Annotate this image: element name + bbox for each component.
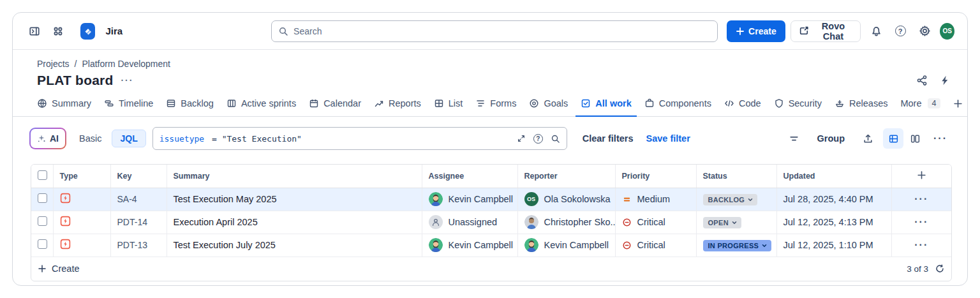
- chevron-down-icon: [761, 242, 768, 249]
- reporter-cell[interactable]: Kevin Campbell: [524, 238, 609, 252]
- tab-releases[interactable]: Releases: [829, 94, 893, 117]
- settings-gear-icon[interactable]: [916, 21, 933, 41]
- issues-table: Type Key Summary Assignee Reporter Prior…: [31, 164, 952, 281]
- jql-query-input[interactable]: issuetype = "Test Execution" ?: [152, 127, 567, 150]
- tab-summary[interactable]: Summary: [32, 94, 96, 117]
- priority-cell[interactable]: Medium: [622, 194, 690, 204]
- breadcrumb-project-link[interactable]: Platform Development: [82, 59, 170, 69]
- issue-summary[interactable]: Test Execution May 2025: [167, 188, 422, 211]
- col-status[interactable]: Status: [696, 165, 776, 188]
- global-search[interactable]: [271, 20, 718, 42]
- breadcrumb-separator: /: [75, 59, 77, 69]
- col-key[interactable]: Key: [110, 165, 167, 188]
- assignee-cell[interactable]: Kevin Campbell: [429, 238, 511, 252]
- breadcrumb-projects-link[interactable]: Projects: [37, 59, 70, 69]
- issue-key[interactable]: PDT-14: [110, 211, 167, 234]
- view-more-icon[interactable]: ···: [930, 128, 951, 149]
- table-row[interactable]: PDT-14 Execution April 2025 Unassigned C…: [31, 211, 951, 234]
- tab-active-sprints[interactable]: Active sprints: [221, 94, 301, 117]
- jira-logo-icon[interactable]: [80, 23, 96, 40]
- issue-summary[interactable]: Test Execution July 2025: [167, 234, 422, 257]
- rovo-chat-label: Rovo Chat: [814, 21, 853, 41]
- col-summary[interactable]: Summary: [167, 165, 422, 188]
- updated-cell: Jul 12, 2025, 1:10 PM: [776, 234, 891, 257]
- table-row[interactable]: SA-4 Test Execution May 2025 Kevin Campb…: [31, 188, 951, 211]
- tab-code[interactable]: Code: [719, 94, 766, 117]
- jql-mode-toggle[interactable]: JQL: [112, 130, 145, 147]
- clear-filters-button[interactable]: Clear filters: [583, 133, 634, 144]
- issue-key[interactable]: SA-4: [110, 188, 167, 211]
- table-view-icon[interactable]: [883, 128, 903, 149]
- select-all-checkbox[interactable]: [38, 170, 47, 180]
- reporter-cell[interactable]: Christopher Sko...: [524, 215, 609, 229]
- tab-backlog[interactable]: Backlog: [161, 94, 219, 117]
- col-reporter[interactable]: Reporter: [517, 165, 615, 188]
- assignee-cell[interactable]: Unassigned: [429, 215, 511, 229]
- status-badge[interactable]: BACKLOG: [703, 194, 758, 205]
- tab-all-work[interactable]: All work: [575, 94, 636, 117]
- row-checkbox[interactable]: [38, 239, 47, 249]
- row-actions-icon[interactable]: ···: [891, 211, 951, 234]
- tab-security[interactable]: Security: [769, 94, 827, 117]
- filter-bar: AI Basic JQL issuetype = "Test Execution…: [13, 117, 967, 150]
- priority-critical-icon: [622, 241, 632, 250]
- col-updated[interactable]: Updated: [776, 165, 891, 188]
- status-badge[interactable]: OPEN: [703, 217, 741, 228]
- refresh-icon[interactable]: [935, 264, 945, 274]
- priority-cell[interactable]: Critical: [622, 217, 690, 227]
- jql-help-icon[interactable]: ?: [533, 134, 543, 144]
- col-priority[interactable]: Priority: [615, 165, 696, 188]
- tab-forms[interactable]: Forms: [470, 94, 521, 117]
- reporter-cell[interactable]: OS Ola Sokolowska: [524, 192, 609, 206]
- col-type[interactable]: Type: [53, 165, 110, 188]
- priority-cell[interactable]: Critical: [622, 240, 690, 250]
- row-actions-icon[interactable]: ···: [891, 234, 951, 257]
- ai-button[interactable]: AI: [29, 128, 66, 149]
- issue-summary[interactable]: Execution April 2025: [167, 211, 422, 234]
- tab-calendar[interactable]: Calendar: [304, 94, 366, 117]
- chevron-down-icon: [747, 197, 754, 203]
- row-count: 3 of 3: [907, 264, 928, 274]
- automation-lightning-icon[interactable]: [939, 75, 951, 86]
- tab-list[interactable]: List: [429, 94, 468, 117]
- add-tab-button[interactable]: [948, 95, 968, 117]
- jql-search-icon[interactable]: [551, 134, 560, 144]
- group-button[interactable]: Group: [810, 128, 853, 149]
- col-assignee[interactable]: Assignee: [422, 165, 517, 188]
- share-icon[interactable]: [916, 75, 928, 86]
- row-actions-icon[interactable]: ···: [891, 188, 951, 211]
- save-filter-button[interactable]: Save filter: [646, 133, 690, 144]
- table-row[interactable]: PDT-13 Test Execution July 2025 Kevin Ca…: [31, 234, 951, 257]
- ai-sparkle-icon: [37, 134, 46, 143]
- tab-components[interactable]: Components: [639, 94, 716, 117]
- add-column-icon[interactable]: [917, 170, 926, 180]
- app-switcher-icon[interactable]: [49, 21, 68, 41]
- search-input[interactable]: [293, 26, 711, 36]
- status-badge[interactable]: IN PROGRESS: [703, 240, 772, 251]
- expand-editor-icon[interactable]: [517, 134, 526, 143]
- export-icon[interactable]: [858, 128, 878, 149]
- sidebar-toggle-icon[interactable]: [26, 21, 44, 41]
- notifications-icon[interactable]: [867, 21, 885, 41]
- filter-lines-icon[interactable]: [784, 128, 805, 149]
- basic-mode-toggle[interactable]: Basic: [79, 133, 101, 144]
- user-avatar[interactable]: OS: [940, 23, 954, 40]
- detail-view-icon[interactable]: [905, 128, 925, 149]
- table-create-button[interactable]: Create: [38, 264, 80, 274]
- rovo-chat-button[interactable]: Rovo Chat: [791, 20, 861, 42]
- reporter-avatar: OS: [524, 192, 538, 206]
- help-icon[interactable]: ?: [891, 21, 909, 41]
- reporter-avatar: [524, 238, 538, 252]
- board-more-icon[interactable]: ···: [121, 75, 133, 86]
- tab-timeline[interactable]: Timeline: [99, 94, 158, 117]
- row-checkbox[interactable]: [38, 193, 47, 203]
- tab-goals[interactable]: Goals: [524, 94, 573, 117]
- create-button[interactable]: Create: [727, 20, 785, 42]
- assignee-cell[interactable]: Kevin Campbell: [429, 192, 511, 206]
- tab-more[interactable]: More 4: [895, 94, 946, 117]
- page-title: PLAT board: [37, 73, 113, 88]
- issue-key[interactable]: PDT-13: [110, 234, 167, 257]
- board-tabs: Summary Timeline Backlog Active sprints …: [13, 88, 967, 117]
- tab-reports[interactable]: Reports: [369, 94, 426, 117]
- row-checkbox[interactable]: [38, 216, 47, 226]
